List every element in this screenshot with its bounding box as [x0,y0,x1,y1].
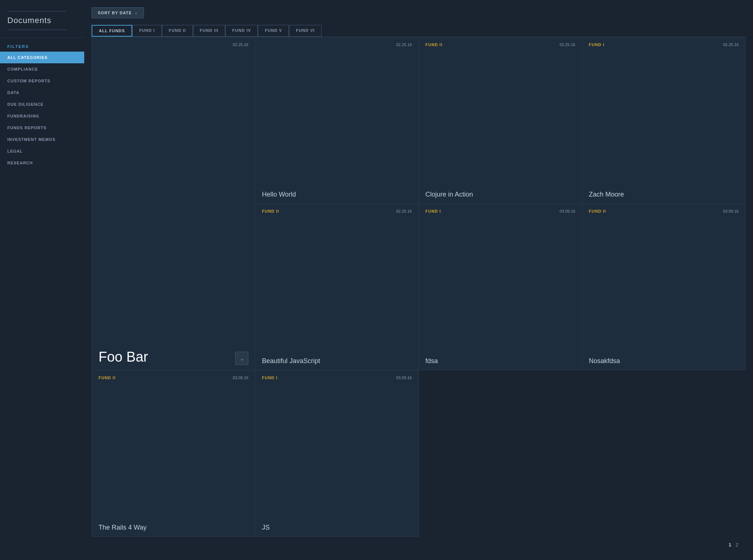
doc-date: 02.25.16 [396,42,412,47]
tab-fund-ii[interactable]: FUND II [162,25,193,37]
doc-beautiful-js[interactable]: FUND II 02.25.16 Beautiful JavaScript [255,204,419,370]
fund-badge: FUND I [262,376,278,380]
filter-due-diligence[interactable]: DUE DILIGENCE [0,98,84,110]
page-2[interactable]: 2 [736,542,738,548]
doc-title: Beautiful JavaScript [262,350,412,365]
doc-date: 02.25.16 [723,42,739,47]
expand-button[interactable]: ⌄ [235,352,248,365]
tab-all-funds[interactable]: ALL FUNDS [92,25,132,37]
doc-title: fdsa [426,350,575,365]
doc-js[interactable]: FUND I 03.09.16 JS [255,370,419,537]
pagination: 1 2 [92,537,746,553]
doc-date: 02.25.16 [560,42,575,47]
doc-date: 03.09.16 [396,376,412,380]
fund-badge: FUND II [426,42,443,47]
doc-header: 02.25.16 [99,42,248,47]
doc-fund-ii-top[interactable]: FUND II 02.25.16 Clojure in Action [419,37,582,204]
fund-badge: FUND I [589,42,605,47]
toolbar: SORT BY DATE [92,7,746,18]
doc-header: FUND II 03.09.16 [99,376,248,380]
filters-label: FILTERS [0,38,84,52]
doc-header: FUND I 02.25.16 [589,42,739,47]
doc-header: FUND I 03.09.16 [262,376,412,380]
sort-dropdown[interactable]: SORT BY DATE [92,7,144,18]
doc-header: FUND II 03.09.16 [589,209,739,213]
filter-research[interactable]: RESEARCH [0,157,84,169]
doc-title: JS [262,516,412,531]
fund-tabs: ALL FUNDS FUND I FUND II FUND III FUND I… [92,25,746,37]
filter-funds-reports[interactable]: FUNDS REPORTS [0,122,84,134]
doc-grid: 02.25.16 Foo Bar ⌄ 02.25.16 Hello World … [92,37,746,537]
doc-title: Clojure in Action [426,183,575,198]
tab-fund-iii[interactable]: FUND III [193,25,226,37]
doc-rails[interactable]: FUND II 03.09.16 The Rails 4 Way [92,370,255,537]
doc-hello-world[interactable]: 02.25.16 Hello World [255,37,419,204]
fund-badge: FUND II [589,209,606,213]
filter-investment-memos[interactable]: INVESTMENT MEMOS [0,134,84,145]
sidebar-title: Documents [0,7,84,38]
fund-badge: FUND II [262,209,279,213]
doc-title: Nosakfdsa [589,350,739,365]
doc-title: The Rails 4 Way [99,516,248,531]
page-1[interactable]: 1 [729,542,731,548]
tab-fund-v[interactable]: FUND V [258,25,289,37]
doc-title: Foo Bar [99,342,148,365]
filter-data[interactable]: DATA [0,87,84,98]
doc-foo-bar[interactable]: 02.25.16 Foo Bar ⌄ [92,37,255,370]
filter-compliance[interactable]: COMPLIANCE [0,63,84,75]
doc-date: 02.25.16 [396,209,412,213]
doc-zach-moore[interactable]: FUND I 02.25.16 Zach Moore [582,37,746,204]
filter-all-categories[interactable]: ALL CATEGORIES [0,52,84,63]
doc-header: FUND I 03.09.16 [426,209,575,213]
doc-header: FUND II 02.25.16 [262,209,412,213]
tab-fund-vi[interactable]: FUND VI [289,25,322,37]
filter-fundraising[interactable]: FUNDRAISING [0,110,84,122]
main-content: SORT BY DATE ALL FUNDS FUND I FUND II FU… [84,0,753,560]
doc-date: 03.09.16 [233,376,248,380]
doc-fdsa[interactable]: FUND I 03.09.16 fdsa [419,204,582,370]
doc-header: 02.25.16 [262,42,412,47]
doc-title: Hello World [262,183,412,198]
filter-custom-reports[interactable]: CUSTOM REPORTS [0,75,84,87]
doc-header: FUND II 02.25.16 [426,42,575,47]
tab-fund-iv[interactable]: FUND IV [225,25,258,37]
sidebar: Documents FILTERS ALL CATEGORIES COMPLIA… [0,0,84,560]
fund-badge: FUND II [99,376,116,380]
doc-date: 03.09.16 [723,209,739,213]
sort-label: SORT BY DATE [98,11,132,15]
doc-date: 02.25.16 [233,42,248,47]
doc-title: Zach Moore [589,183,739,198]
fund-badge: FUND I [426,209,441,213]
doc-date: 03.09.16 [560,209,575,213]
doc-footer: Foo Bar ⌄ [99,342,248,365]
tab-fund-i[interactable]: FUND I [132,25,162,37]
filter-legal[interactable]: LEGAL [0,145,84,157]
doc-nosakfdsa[interactable]: FUND II 03.09.16 Nosakfdsa [582,204,746,370]
